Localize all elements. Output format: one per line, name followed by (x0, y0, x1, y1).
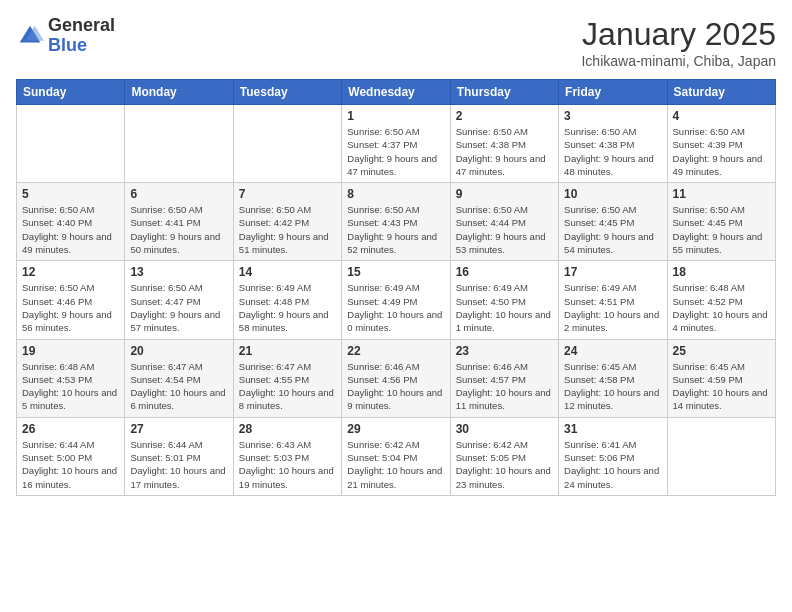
weekday-header-thursday: Thursday (450, 80, 558, 105)
day-number: 20 (130, 344, 227, 358)
day-info: Sunrise: 6:50 AM Sunset: 4:38 PM Dayligh… (456, 125, 553, 178)
calendar-cell: 2Sunrise: 6:50 AM Sunset: 4:38 PM Daylig… (450, 105, 558, 183)
calendar-cell: 31Sunrise: 6:41 AM Sunset: 5:06 PM Dayli… (559, 417, 667, 495)
day-number: 5 (22, 187, 119, 201)
day-number: 10 (564, 187, 661, 201)
day-number: 8 (347, 187, 444, 201)
day-number: 13 (130, 265, 227, 279)
day-number: 9 (456, 187, 553, 201)
day-number: 6 (130, 187, 227, 201)
day-number: 19 (22, 344, 119, 358)
logo: General Blue (16, 16, 115, 56)
day-number: 1 (347, 109, 444, 123)
day-info: Sunrise: 6:42 AM Sunset: 5:05 PM Dayligh… (456, 438, 553, 491)
weekday-header-saturday: Saturday (667, 80, 775, 105)
calendar-cell (233, 105, 341, 183)
calendar-cell: 14Sunrise: 6:49 AM Sunset: 4:48 PM Dayli… (233, 261, 341, 339)
logo-general: General (48, 15, 115, 35)
day-info: Sunrise: 6:44 AM Sunset: 5:01 PM Dayligh… (130, 438, 227, 491)
calendar-week-2: 5Sunrise: 6:50 AM Sunset: 4:40 PM Daylig… (17, 183, 776, 261)
title-area: January 2025 Ichikawa-minami, Chiba, Jap… (581, 16, 776, 69)
day-number: 3 (564, 109, 661, 123)
day-info: Sunrise: 6:50 AM Sunset: 4:47 PM Dayligh… (130, 281, 227, 334)
weekday-header-tuesday: Tuesday (233, 80, 341, 105)
calendar-cell: 28Sunrise: 6:43 AM Sunset: 5:03 PM Dayli… (233, 417, 341, 495)
calendar-cell: 13Sunrise: 6:50 AM Sunset: 4:47 PM Dayli… (125, 261, 233, 339)
calendar-cell: 20Sunrise: 6:47 AM Sunset: 4:54 PM Dayli… (125, 339, 233, 417)
day-info: Sunrise: 6:50 AM Sunset: 4:46 PM Dayligh… (22, 281, 119, 334)
day-info: Sunrise: 6:45 AM Sunset: 4:59 PM Dayligh… (673, 360, 770, 413)
calendar-cell (17, 105, 125, 183)
calendar-cell: 27Sunrise: 6:44 AM Sunset: 5:01 PM Dayli… (125, 417, 233, 495)
calendar-cell: 5Sunrise: 6:50 AM Sunset: 4:40 PM Daylig… (17, 183, 125, 261)
calendar-cell: 4Sunrise: 6:50 AM Sunset: 4:39 PM Daylig… (667, 105, 775, 183)
logo-blue: Blue (48, 35, 87, 55)
day-number: 7 (239, 187, 336, 201)
day-info: Sunrise: 6:48 AM Sunset: 4:53 PM Dayligh… (22, 360, 119, 413)
day-info: Sunrise: 6:50 AM Sunset: 4:45 PM Dayligh… (564, 203, 661, 256)
calendar-cell: 16Sunrise: 6:49 AM Sunset: 4:50 PM Dayli… (450, 261, 558, 339)
day-info: Sunrise: 6:50 AM Sunset: 4:42 PM Dayligh… (239, 203, 336, 256)
day-number: 29 (347, 422, 444, 436)
calendar-cell (667, 417, 775, 495)
day-number: 23 (456, 344, 553, 358)
day-number: 4 (673, 109, 770, 123)
day-info: Sunrise: 6:50 AM Sunset: 4:43 PM Dayligh… (347, 203, 444, 256)
day-info: Sunrise: 6:50 AM Sunset: 4:38 PM Dayligh… (564, 125, 661, 178)
calendar-cell: 18Sunrise: 6:48 AM Sunset: 4:52 PM Dayli… (667, 261, 775, 339)
day-info: Sunrise: 6:42 AM Sunset: 5:04 PM Dayligh… (347, 438, 444, 491)
calendar-cell: 24Sunrise: 6:45 AM Sunset: 4:58 PM Dayli… (559, 339, 667, 417)
calendar-cell: 29Sunrise: 6:42 AM Sunset: 5:04 PM Dayli… (342, 417, 450, 495)
month-title: January 2025 (581, 16, 776, 53)
calendar-cell: 6Sunrise: 6:50 AM Sunset: 4:41 PM Daylig… (125, 183, 233, 261)
calendar-cell: 7Sunrise: 6:50 AM Sunset: 4:42 PM Daylig… (233, 183, 341, 261)
calendar-cell: 11Sunrise: 6:50 AM Sunset: 4:45 PM Dayli… (667, 183, 775, 261)
calendar-cell (125, 105, 233, 183)
day-number: 18 (673, 265, 770, 279)
calendar-cell: 19Sunrise: 6:48 AM Sunset: 4:53 PM Dayli… (17, 339, 125, 417)
day-info: Sunrise: 6:50 AM Sunset: 4:39 PM Dayligh… (673, 125, 770, 178)
day-info: Sunrise: 6:43 AM Sunset: 5:03 PM Dayligh… (239, 438, 336, 491)
calendar-cell: 1Sunrise: 6:50 AM Sunset: 4:37 PM Daylig… (342, 105, 450, 183)
calendar-week-5: 26Sunrise: 6:44 AM Sunset: 5:00 PM Dayli… (17, 417, 776, 495)
calendar-cell: 23Sunrise: 6:46 AM Sunset: 4:57 PM Dayli… (450, 339, 558, 417)
weekday-header-row: SundayMondayTuesdayWednesdayThursdayFrid… (17, 80, 776, 105)
calendar-cell: 3Sunrise: 6:50 AM Sunset: 4:38 PM Daylig… (559, 105, 667, 183)
calendar-week-4: 19Sunrise: 6:48 AM Sunset: 4:53 PM Dayli… (17, 339, 776, 417)
day-info: Sunrise: 6:50 AM Sunset: 4:37 PM Dayligh… (347, 125, 444, 178)
location-subtitle: Ichikawa-minami, Chiba, Japan (581, 53, 776, 69)
calendar-week-1: 1Sunrise: 6:50 AM Sunset: 4:37 PM Daylig… (17, 105, 776, 183)
page-header: General Blue January 2025 Ichikawa-minam… (16, 16, 776, 69)
day-info: Sunrise: 6:48 AM Sunset: 4:52 PM Dayligh… (673, 281, 770, 334)
day-number: 11 (673, 187, 770, 201)
day-number: 26 (22, 422, 119, 436)
day-info: Sunrise: 6:50 AM Sunset: 4:44 PM Dayligh… (456, 203, 553, 256)
day-info: Sunrise: 6:49 AM Sunset: 4:51 PM Dayligh… (564, 281, 661, 334)
calendar-cell: 30Sunrise: 6:42 AM Sunset: 5:05 PM Dayli… (450, 417, 558, 495)
day-info: Sunrise: 6:50 AM Sunset: 4:41 PM Dayligh… (130, 203, 227, 256)
day-number: 14 (239, 265, 336, 279)
day-info: Sunrise: 6:49 AM Sunset: 4:49 PM Dayligh… (347, 281, 444, 334)
calendar-week-3: 12Sunrise: 6:50 AM Sunset: 4:46 PM Dayli… (17, 261, 776, 339)
day-number: 12 (22, 265, 119, 279)
day-info: Sunrise: 6:47 AM Sunset: 4:54 PM Dayligh… (130, 360, 227, 413)
weekday-header-friday: Friday (559, 80, 667, 105)
weekday-header-monday: Monday (125, 80, 233, 105)
day-info: Sunrise: 6:45 AM Sunset: 4:58 PM Dayligh… (564, 360, 661, 413)
day-info: Sunrise: 6:47 AM Sunset: 4:55 PM Dayligh… (239, 360, 336, 413)
calendar-cell: 22Sunrise: 6:46 AM Sunset: 4:56 PM Dayli… (342, 339, 450, 417)
day-number: 22 (347, 344, 444, 358)
day-info: Sunrise: 6:50 AM Sunset: 4:40 PM Dayligh… (22, 203, 119, 256)
day-number: 31 (564, 422, 661, 436)
day-number: 15 (347, 265, 444, 279)
day-info: Sunrise: 6:46 AM Sunset: 4:57 PM Dayligh… (456, 360, 553, 413)
day-info: Sunrise: 6:46 AM Sunset: 4:56 PM Dayligh… (347, 360, 444, 413)
logo-icon (16, 22, 44, 50)
day-number: 17 (564, 265, 661, 279)
day-number: 27 (130, 422, 227, 436)
calendar-cell: 10Sunrise: 6:50 AM Sunset: 4:45 PM Dayli… (559, 183, 667, 261)
day-number: 21 (239, 344, 336, 358)
day-number: 24 (564, 344, 661, 358)
day-info: Sunrise: 6:44 AM Sunset: 5:00 PM Dayligh… (22, 438, 119, 491)
calendar-cell: 15Sunrise: 6:49 AM Sunset: 4:49 PM Dayli… (342, 261, 450, 339)
